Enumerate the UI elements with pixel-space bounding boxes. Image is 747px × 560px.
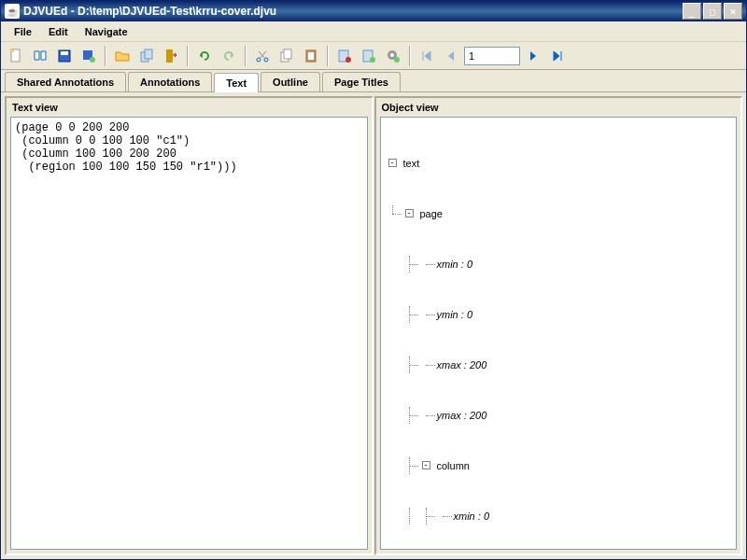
book-open-icon (33, 49, 48, 63)
tree-node-text[interactable]: text (402, 155, 420, 172)
tree-prop: ymax : 200 (435, 407, 487, 424)
folder-button[interactable] (111, 45, 134, 67)
add-icon (361, 49, 376, 63)
tab-shared-annotations[interactable]: Shared Annotations (5, 72, 126, 91)
svg-point-5 (90, 57, 95, 63)
tree-prop: xmin : 0 (452, 508, 490, 525)
save-as-icon (81, 49, 96, 63)
tab-text[interactable]: Text (214, 73, 259, 92)
object-view-title: Object view (376, 98, 741, 117)
gear-icon (386, 49, 401, 63)
titlebar: ☕ DJVUEd - D:\temp\DJVUEd-Test\krru-cove… (1, 1, 746, 21)
exit-button[interactable] (160, 45, 182, 67)
redo-button[interactable] (218, 45, 240, 67)
next-icon (526, 49, 541, 63)
undo-icon (197, 49, 212, 63)
prev-icon (444, 49, 458, 63)
remove-icon (337, 49, 352, 63)
app-window: ☕ DJVUEd - D:\temp\DJVUEd-Test\krru-cove… (0, 0, 747, 560)
object-view-pane: Object view -text -page xmin : 0 ymin : … (374, 96, 743, 555)
svg-point-18 (370, 57, 375, 63)
tab-annotations[interactable]: Annotations (128, 72, 212, 91)
tab-page-titles[interactable]: Page Titles (322, 72, 401, 91)
save-icon (57, 49, 72, 63)
duplicate-button[interactable] (135, 45, 158, 67)
toolbar (1, 42, 746, 70)
copy-icon (279, 49, 294, 63)
door-icon (163, 49, 178, 63)
tree-node-page[interactable]: page (418, 205, 443, 222)
svg-rect-12 (284, 49, 291, 59)
settings-button[interactable] (382, 45, 404, 67)
separator (327, 46, 329, 66)
object-tree[interactable]: -text -page xmin : 0 ymin : 0 xmax : 200… (380, 117, 738, 550)
separator (105, 46, 106, 66)
tree-prop: ymin : 0 (435, 306, 473, 323)
tab-outline[interactable]: Outline (261, 72, 320, 91)
folder-icon (115, 49, 130, 63)
copy-button[interactable] (275, 45, 298, 67)
separator (187, 46, 189, 66)
first-icon (419, 49, 434, 63)
menubar: File Edit Navigate (1, 21, 746, 42)
prev-page-button[interactable] (440, 45, 462, 67)
tab-bar: Shared Annotations Annotations Text Outl… (1, 70, 746, 91)
text-view-title: Text view (7, 98, 372, 117)
separator (409, 46, 411, 66)
svg-point-21 (394, 57, 400, 63)
save-button[interactable] (53, 45, 76, 67)
svg-point-16 (345, 57, 351, 63)
content-area: Text view (page 0 0 200 200 (column 0 0 … (1, 91, 746, 559)
tree-prop: xmin : 0 (435, 256, 473, 273)
tree-prop: xmax : 200 (435, 357, 487, 373)
maximize-button[interactable]: □ (703, 3, 722, 20)
paste-button[interactable] (300, 45, 322, 67)
last-page-button[interactable] (546, 45, 569, 67)
undo-button[interactable] (193, 45, 216, 67)
next-page-button[interactable] (522, 45, 544, 67)
svg-rect-1 (11, 49, 14, 52)
add-button[interactable] (358, 45, 380, 67)
delete-button[interactable] (333, 45, 356, 67)
svg-point-20 (390, 53, 394, 57)
app-icon: ☕ (5, 4, 20, 19)
close-button[interactable]: × (724, 3, 742, 20)
svg-rect-8 (166, 49, 173, 63)
save-as-button[interactable] (78, 45, 100, 67)
svg-rect-3 (61, 51, 68, 55)
open-button[interactable] (29, 45, 51, 67)
duplicate-icon (139, 49, 154, 63)
text-view-pane: Text view (page 0 0 200 200 (column 0 0 … (5, 96, 374, 555)
menu-navigate[interactable]: Navigate (78, 24, 135, 39)
new-button[interactable] (5, 45, 27, 67)
separator (245, 46, 247, 66)
text-view-body[interactable]: (page 0 0 200 200 (column 0 0 100 100 "c… (10, 117, 368, 550)
cut-button[interactable] (251, 45, 274, 67)
page-number-input[interactable] (464, 47, 520, 65)
scissors-icon (255, 49, 270, 63)
menu-file[interactable]: File (7, 24, 39, 39)
last-icon (550, 49, 565, 63)
minimize-button[interactable]: _ (683, 3, 701, 20)
menu-edit[interactable]: Edit (41, 24, 76, 39)
clipboard-icon (303, 49, 318, 63)
svg-rect-7 (145, 49, 152, 59)
first-page-button[interactable] (416, 45, 438, 67)
window-title: DJVUEd - D:\temp\DJVUEd-Test\krru-cover.… (23, 5, 683, 18)
svg-rect-14 (308, 52, 314, 60)
redo-icon (221, 49, 236, 63)
document-icon (8, 49, 23, 63)
tree-node-column[interactable]: column (435, 457, 470, 474)
